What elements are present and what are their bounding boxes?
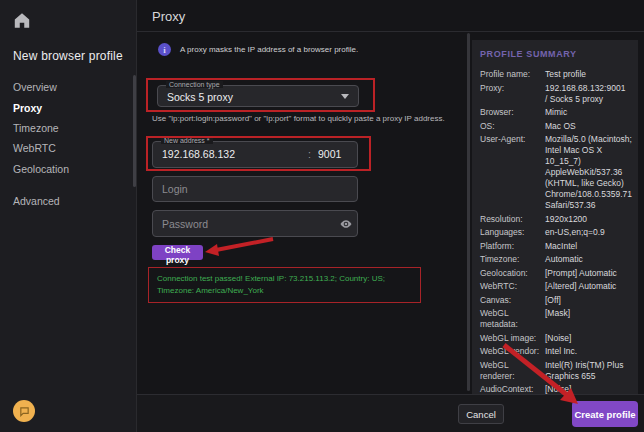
format-hint-text: Use "ip:port:login:password" or "ip:port… — [152, 114, 452, 123]
summary-row-label: Languages: — [480, 227, 545, 238]
show-password-eye-icon[interactable] — [339, 217, 353, 231]
summary-row: Timezone: Automatic — [480, 254, 630, 265]
summary-row-value: [Altered] Automatic — [545, 281, 630, 292]
summary-row: WebRTC: [Altered] Automatic — [480, 281, 630, 292]
section-title: Proxy — [152, 9, 185, 24]
cancel-button[interactable]: Cancel — [458, 404, 504, 424]
summary-row-label: Profile name: — [480, 69, 545, 80]
summary-row: Profile name: Test profile — [480, 69, 630, 80]
summary-row-value: [Off] — [545, 295, 630, 306]
password-input[interactable] — [152, 210, 358, 237]
page-title: New browser profile — [13, 49, 123, 63]
create-profile-button[interactable]: Create profile — [572, 401, 638, 427]
summary-row-label: WebGL image: — [480, 333, 545, 344]
profile-summary-rows: Profile name: Test profile Proxy: 192.16… — [480, 69, 630, 400]
login-input[interactable] — [152, 176, 358, 202]
summary-row-label: WebGL renderer: — [480, 360, 545, 382]
address-label: New address * — [161, 137, 213, 144]
new-browser-profile-window: New browser profile OverviewProxyTimezon… — [0, 0, 644, 432]
proxy-address-field: New address * : — [152, 141, 358, 168]
sidebar: New browser profile OverviewProxyTimezon… — [0, 0, 137, 432]
summary-row-value: [Mask] — [545, 308, 630, 330]
sidebar-item-label: Overview — [13, 81, 57, 93]
summary-row-label: WebRTC: — [480, 281, 545, 292]
summary-row: Browser: Mimic — [480, 107, 630, 118]
summary-row: Platform: MacIntel — [480, 241, 630, 252]
summary-row-value: Automatic — [545, 254, 630, 265]
summary-row-value: Intel(R) Iris(TM) Plus Graphics 655 — [545, 360, 630, 382]
summary-row-label: Geolocation: — [480, 268, 545, 279]
profile-summary-panel: PROFILE SUMMARY Profile name: Test profi… — [472, 40, 638, 400]
summary-row: WebGL vendor: Intel Inc. — [480, 346, 630, 357]
summary-row-value: [Prompt] Automatic — [545, 268, 630, 279]
sidebar-item-label: Geolocation — [13, 163, 69, 175]
info-text: A proxy masks the IP address of a browse… — [180, 45, 358, 54]
summary-row-value: Mimic — [545, 107, 630, 118]
summary-row-value: MacIntel — [545, 241, 630, 252]
summary-row-label: Timezone: — [480, 254, 545, 265]
address-separator: : — [308, 148, 311, 160]
chevron-down-icon — [341, 94, 349, 99]
sidebar-scrollbar[interactable] — [133, 75, 136, 187]
summary-row-value: Intel Inc. — [545, 346, 630, 357]
sidebar-nav: OverviewProxyTimezoneWebRTCGeolocationAd… — [13, 77, 123, 211]
summary-row-label: WebGL vendor: — [480, 346, 545, 357]
connection-type-value: Socks 5 proxy — [167, 91, 233, 103]
header-divider — [137, 31, 644, 32]
connection-type-select[interactable]: Connection type Socks 5 proxy — [157, 85, 359, 107]
sidebar-item[interactable]: WebRTC — [13, 138, 123, 158]
annotation-arrow-check-proxy — [205, 239, 273, 256]
summary-row-label: Canvas: — [480, 295, 545, 306]
info-banner: i A proxy masks the IP address of a brow… — [158, 43, 358, 56]
summary-row: Canvas: [Off] — [480, 295, 630, 306]
address-port-input[interactable] — [318, 148, 353, 160]
summary-row: WebGL image: [Noise] — [480, 333, 630, 344]
summary-row-value: en-US,en;q=0.9 — [545, 227, 630, 238]
home-icon[interactable] — [13, 12, 33, 30]
summary-row: WebGL metadata: [Mask] — [480, 308, 630, 330]
connection-test-result: Connection test passed! External IP: 73.… — [148, 267, 421, 303]
sidebar-item[interactable]: Geolocation — [13, 159, 123, 179]
sidebar-item[interactable]: Proxy — [13, 97, 123, 117]
footer-bar: Cancel Create profile — [137, 394, 644, 432]
address-ip-input[interactable] — [162, 148, 297, 160]
summary-row: User-Agent: Mozilla/5.0 (Macintosh; Inte… — [480, 134, 630, 211]
sidebar-item-label: WebRTC — [13, 142, 56, 154]
summary-row: Languages: en-US,en;q=0.9 — [480, 227, 630, 238]
profile-summary-heading: PROFILE SUMMARY — [480, 49, 630, 59]
summary-row-value: 1920x1200 — [545, 214, 630, 225]
sidebar-item-label: Proxy — [13, 102, 42, 114]
summary-row-label: Proxy: — [480, 83, 545, 105]
summary-row-value: Mozilla/5.0 (Macintosh; Intel Mac OS X 1… — [545, 134, 632, 211]
summary-row: Geolocation: [Prompt] Automatic — [480, 268, 630, 279]
summary-row-value: Test profile — [545, 69, 630, 80]
sidebar-item[interactable]: Advanced — [13, 191, 123, 211]
chat-bubble-icon — [19, 406, 30, 417]
sidebar-item-label: Timezone — [13, 122, 59, 134]
summary-row: Proxy: 192.168.68.132:9001 / Socks 5 pro… — [480, 83, 630, 105]
summary-row-value: [Noise] — [545, 333, 630, 344]
summary-row: Resolution: 1920x1200 — [480, 214, 630, 225]
main-scrollbar[interactable] — [467, 33, 470, 391]
info-icon: i — [158, 43, 171, 56]
summary-row-label: Platform: — [480, 241, 545, 252]
sidebar-item[interactable]: Timezone — [13, 118, 123, 138]
summary-row-label: Browser: — [480, 107, 545, 118]
check-proxy-button[interactable]: Check proxy — [152, 245, 203, 260]
sidebar-item-label: Advanced — [13, 195, 60, 207]
summary-row: WebGL renderer: Intel(R) Iris(TM) Plus G… — [480, 360, 630, 382]
summary-row-label: User-Agent: — [480, 134, 545, 211]
help-chat-button[interactable] — [13, 400, 35, 422]
summary-row-label: Resolution: — [480, 214, 545, 225]
summary-row-value: Mac OS — [545, 121, 630, 132]
sidebar-item[interactable]: Overview — [13, 77, 123, 97]
summary-row: OS: Mac OS — [480, 121, 630, 132]
connection-type-label: Connection type — [166, 81, 223, 88]
summary-row-label: WebGL metadata: — [480, 308, 545, 330]
summary-row-label: OS: — [480, 121, 545, 132]
summary-row-value: 192.168.68.132:9001 / Socks 5 proxy — [545, 83, 630, 105]
